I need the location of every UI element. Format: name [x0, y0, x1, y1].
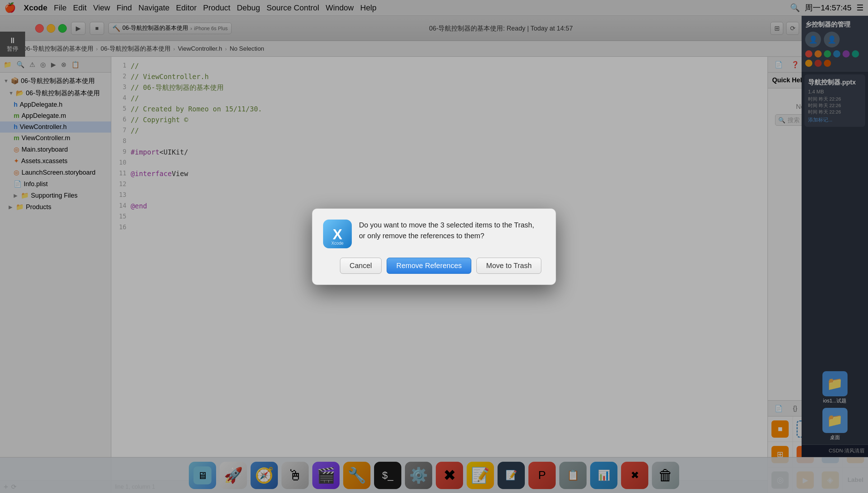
modal-body: X Xcode Do you want to move the 3 select… — [323, 220, 541, 248]
remove-references-button[interactable]: Remove References — [387, 258, 471, 274]
modal-overlay: X Xcode Do you want to move the 3 select… — [0, 0, 868, 493]
cancel-button[interactable]: Cancel — [340, 258, 382, 274]
modal-actions: Cancel Remove References Move to Trash — [323, 255, 541, 274]
svg-text:X: X — [333, 226, 342, 242]
modal-message: Do you want to move the 3 selected items… — [359, 220, 541, 241]
delete-confirmation-dialog: X Xcode Do you want to move the 3 select… — [312, 208, 556, 285]
svg-text:Xcode: Xcode — [331, 241, 344, 246]
move-to-trash-button[interactable]: Move to Trash — [476, 258, 541, 274]
xcode-app-icon: X Xcode — [323, 220, 352, 248]
